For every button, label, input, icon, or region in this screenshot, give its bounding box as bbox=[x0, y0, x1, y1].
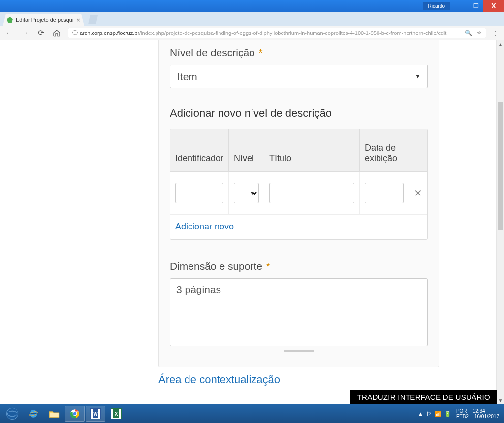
tab-title: Editar Projeto de pesqui bbox=[16, 17, 73, 23]
vertical-scrollbar[interactable]: ▲ ▼ bbox=[496, 40, 504, 404]
browser-addressbar: ← → ⟳ ⓘ arch.corp.ensp.fiocruz.br/index.… bbox=[0, 26, 504, 40]
col-title-header: Título bbox=[264, 129, 360, 172]
extent-textarea[interactable]: 3 páginas bbox=[170, 278, 428, 346]
level-select[interactable] bbox=[234, 183, 259, 203]
taskbar-item-explorer[interactable] bbox=[44, 406, 64, 422]
svg-point-0 bbox=[6, 408, 18, 419]
browser-tab[interactable]: Editar Projeto de pesqui × bbox=[3, 14, 84, 26]
tray-network-icon[interactable]: 📶 bbox=[435, 411, 441, 417]
context-section-heading[interactable]: Área de contextualização bbox=[158, 373, 439, 386]
taskbar-item-chrome[interactable] bbox=[65, 406, 85, 422]
level-of-description-select[interactable]: Item bbox=[170, 65, 428, 88]
taskbar-item-ie[interactable] bbox=[24, 406, 43, 422]
word-icon: W bbox=[90, 408, 101, 419]
svg-rect-4 bbox=[30, 413, 36, 414]
page-viewport: Nível de descrição * Item ▼ Adicionar no… bbox=[0, 40, 504, 404]
zoom-icon[interactable]: 🔍 bbox=[465, 30, 472, 36]
col-display-date-header: Data de exibição bbox=[360, 129, 409, 172]
site-info-icon[interactable]: ⓘ bbox=[72, 29, 78, 36]
svg-rect-5 bbox=[50, 413, 59, 417]
bookmark-star-icon[interactable]: ☆ bbox=[477, 30, 482, 36]
tab-close-icon[interactable]: × bbox=[76, 16, 80, 24]
nav-forward-icon[interactable]: → bbox=[21, 29, 30, 37]
window-close-button[interactable]: X bbox=[483, 0, 504, 12]
tray-clock[interactable]: POR12:34 PTB216/01/2017 bbox=[456, 408, 499, 420]
scroll-down-icon[interactable]: ▼ bbox=[497, 396, 504, 404]
extent-label: Dimensão e suporte * bbox=[170, 260, 428, 272]
browser-menu-icon[interactable]: ⋮ bbox=[492, 29, 499, 37]
col-level-header: Nível bbox=[229, 129, 264, 172]
row-delete-button[interactable]: ✕ bbox=[409, 172, 427, 215]
excel-icon: X bbox=[111, 408, 122, 419]
window-titlebar: Ricardo – ❐ X bbox=[0, 0, 504, 12]
url-path: /index.php/projeto-de-pesquisa-finding-o… bbox=[139, 30, 446, 36]
start-button[interactable] bbox=[2, 406, 23, 422]
tray-battery-icon[interactable]: 🔋 bbox=[444, 411, 451, 417]
browser-tabbar: Editar Projeto de pesqui × bbox=[0, 12, 504, 26]
form-card: Nível de descrição * Item ▼ Adicionar no… bbox=[158, 40, 439, 367]
add-child-section-heading: Adicionar novo nível de descrição bbox=[170, 107, 428, 120]
svg-point-7 bbox=[73, 412, 77, 416]
table-row: ▼ ✕ bbox=[170, 172, 427, 215]
add-new-row-link[interactable]: Adicionar novo bbox=[175, 222, 234, 231]
required-mark-icon: * bbox=[266, 260, 270, 272]
tray-flag-icon[interactable]: 🏳 bbox=[426, 411, 432, 417]
required-mark-icon: * bbox=[259, 47, 263, 58]
taskbar-item-excel[interactable]: X bbox=[106, 406, 126, 422]
scroll-thumb[interactable] bbox=[498, 102, 503, 230]
translate-ui-banner[interactable]: TRADUZIR INTERFACE DE USUÁRIO bbox=[350, 390, 497, 404]
title-input[interactable] bbox=[269, 183, 354, 203]
url-host: arch.corp.ensp.fiocruz.br bbox=[80, 30, 139, 36]
system-tray: ▲ 🏳 📶 🔋 POR12:34 PTB216/01/2017 bbox=[418, 408, 502, 420]
level-of-description-label: Nível de descrição * bbox=[170, 47, 428, 59]
identifier-input[interactable] bbox=[175, 183, 223, 203]
tray-overflow-icon[interactable]: ▲ bbox=[418, 411, 423, 417]
display-date-input[interactable] bbox=[365, 183, 404, 203]
textarea-resize-handle[interactable] bbox=[170, 348, 428, 353]
window-user-label: Ricardo bbox=[423, 2, 450, 10]
col-delete-header bbox=[409, 129, 427, 172]
window-minimize-button[interactable]: – bbox=[454, 0, 469, 12]
nav-home-icon[interactable] bbox=[52, 29, 61, 37]
nav-reload-icon[interactable]: ⟳ bbox=[36, 29, 45, 37]
tab-favicon-icon bbox=[7, 17, 13, 23]
scroll-up-icon[interactable]: ▲ bbox=[497, 40, 504, 48]
taskbar-item-word[interactable]: W bbox=[86, 406, 105, 422]
new-tab-button[interactable] bbox=[88, 15, 98, 24]
child-levels-table: Identificador Nível Título Data de exibi… bbox=[170, 129, 428, 240]
windows-taskbar: W X ▲ 🏳 📶 🔋 POR12:34 PTB216/01/2017 bbox=[0, 404, 504, 423]
col-identifier-header: Identificador bbox=[170, 129, 229, 172]
url-input[interactable]: ⓘ arch.corp.ensp.fiocruz.br/index.php/pr… bbox=[68, 28, 486, 38]
window-maximize-button[interactable]: ❐ bbox=[469, 0, 483, 12]
nav-back-icon[interactable]: ← bbox=[5, 29, 14, 37]
